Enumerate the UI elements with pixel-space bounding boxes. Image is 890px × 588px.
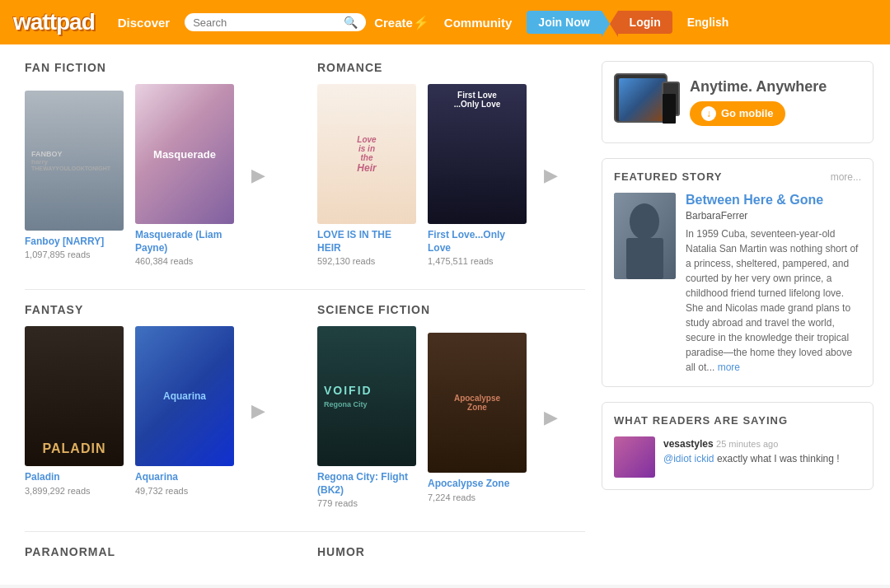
book-apocalypse: Apocalypse Zone Apocalypse Zone 7,224 re…: [428, 333, 527, 502]
book-reads-love-heir: 592,130 reads: [317, 256, 416, 266]
book-title-paladin[interactable]: Paladin: [25, 471, 124, 484]
featured-cover: [614, 193, 676, 279]
romance-title: ROMANCE: [317, 61, 585, 74]
book-cover-regona: VOIFID Regona City: [317, 326, 416, 466]
phone-screen: [663, 94, 676, 124]
reader-username[interactable]: vesastyles: [663, 438, 714, 450]
book-reads-apocalypse: 7,224 reads: [428, 492, 527, 502]
paranormal-title: PARANORMAL: [25, 545, 293, 558]
book-title-fanboy[interactable]: Fanboy [NARRY]: [25, 236, 124, 249]
divider-2: [25, 531, 585, 532]
book-cover-aquarina: Aquarina: [135, 326, 234, 466]
reader-item: vesastyles 25 minutes ago @idiot ickid e…: [614, 436, 861, 478]
nav-discover[interactable]: Discover: [111, 16, 176, 30]
book-aquarina: Aquarina Aquarina 49,732 reads: [135, 326, 234, 496]
reader-text: vesastyles 25 minutes ago @idiot ickid e…: [663, 436, 840, 466]
science-fiction-section: SCIENCE FICTION VOIFID Regona City Regon…: [317, 303, 585, 525]
search-button[interactable]: 🔍: [344, 16, 358, 29]
readers-box: WHAT READERS ARE SAYING vesastyles 25 mi…: [602, 402, 874, 490]
fantasy-books: PALADIN Paladin 3,899,292 reads Aquarina…: [25, 326, 293, 496]
book-cover-masquerade: Masquerade: [135, 84, 234, 224]
search-input[interactable]: [193, 16, 344, 29]
fan-fiction-books: FANBOY harry THEWAYYOULOOKTONIGHT Fanboy…: [25, 84, 293, 266]
mobile-banner: Anytime. Anywhere ↓ Go mobile: [602, 61, 874, 143]
logo[interactable]: wattpad: [13, 9, 95, 35]
fantasy-section: FANTASY PALADIN Paladin 3,899,292 reads …: [25, 303, 293, 525]
book-cover-first-love: First Love ...Only Love: [428, 84, 527, 224]
login-button[interactable]: Login: [618, 11, 672, 34]
reader-avatar: [614, 436, 655, 478]
readers-label: WHAT READERS ARE SAYING: [614, 414, 861, 427]
featured-label: FEATURED STORY: [614, 170, 723, 183]
top-row: FAN FICTION FANBOY harry THEWAYYOULOOKTO…: [25, 61, 585, 282]
fan-fiction-next-arrow[interactable]: ▶: [246, 163, 270, 188]
language-selector[interactable]: English: [687, 16, 729, 29]
humor-title: HUMOR: [317, 545, 585, 558]
book-title-aquarina[interactable]: Aquarina: [135, 471, 234, 484]
book-first-love: First Love ...Only Love First Love...Onl…: [428, 84, 527, 266]
science-fiction-title: SCIENCE FICTION: [317, 303, 585, 316]
paranormal-section: PARANORMAL: [25, 545, 293, 568]
search-bar: 🔍: [185, 13, 366, 31]
download-arrow-icon: ↓: [701, 106, 716, 121]
fan-fiction-section: FAN FICTION FANBOY harry THEWAYYOULOOKTO…: [25, 61, 293, 282]
book-reads-aquarina: 49,732 reads: [135, 486, 234, 496]
reader-comment: exactly what I was thinking !: [717, 453, 840, 464]
join-now-button[interactable]: Join Now: [527, 11, 601, 34]
mobile-text: Anytime. Anywhere ↓ Go mobile: [690, 78, 827, 126]
book-cover-apocalypse: Apocalypse Zone: [428, 333, 527, 473]
featured-cover-svg: [614, 193, 676, 279]
reader-mention[interactable]: @idiot ickid: [663, 453, 714, 464]
book-masquerade: Masquerade Masquerade (Liam Payne) 460,3…: [135, 84, 234, 266]
featured-story-box: FEATURED STORY more...: [602, 158, 874, 387]
book-regona: VOIFID Regona City Regona City: Flight (…: [317, 326, 416, 508]
book-paladin: PALADIN Paladin 3,899,292 reads: [25, 326, 124, 496]
book-cover-love-heir: Love is in the Heir: [317, 84, 416, 224]
fantasy-next-arrow[interactable]: ▶: [246, 399, 270, 423]
book-cover-paladin: PALADIN: [25, 326, 124, 466]
romance-books: Love is in the Heir LOVE IS IN THE HEIR …: [317, 84, 585, 266]
book-fanboy: FANBOY harry THEWAYYOULOOKTONIGHT Fanboy…: [25, 91, 124, 260]
svg-point-1: [630, 203, 659, 240]
book-reads-regona: 779 reads: [317, 498, 416, 508]
book-title-love-heir[interactable]: LOVE IS IN THE HEIR: [317, 229, 416, 254]
device-icon: [614, 73, 680, 131]
featured-info: Between Here & Gone BarbaraFerrer In 195…: [686, 193, 861, 375]
featured-read-more[interactable]: more: [718, 362, 740, 373]
nav-create[interactable]: Create⚡: [374, 15, 429, 30]
lightning-icon: ⚡: [413, 16, 429, 30]
book-reads-masquerade: 460,384 reads: [135, 256, 234, 266]
go-mobile-button[interactable]: ↓ Go mobile: [690, 101, 785, 126]
middle-row: FANTASY PALADIN Paladin 3,899,292 reads …: [25, 303, 585, 525]
sidebar: Anytime. Anywhere ↓ Go mobile FEATURED S…: [602, 61, 874, 568]
book-reads-paladin: 3,899,292 reads: [25, 486, 124, 496]
featured-description: In 1959 Cuba, seventeen-year-old Natalia…: [686, 226, 861, 375]
fantasy-title: FANTASY: [25, 303, 293, 316]
tablet-shape: [614, 73, 668, 123]
bottom-row: PARANORMAL HUMOR: [25, 545, 585, 568]
romance-section: ROMANCE Love is in the Heir LOVE IS IN T…: [317, 61, 585, 282]
book-love-heir: Love is in the Heir LOVE IS IN THE HEIR …: [317, 84, 416, 266]
book-cover-fanboy: FANBOY harry THEWAYYOULOOKTONIGHT: [25, 91, 124, 231]
book-title-apocalypse[interactable]: Apocalypse Zone: [428, 478, 527, 491]
content-area: FAN FICTION FANBOY harry THEWAYYOULOOKTO…: [25, 61, 585, 568]
phone-shape: [662, 82, 680, 116]
science-fiction-next-arrow[interactable]: ▶: [538, 405, 563, 430]
book-reads-first-love: 1,475,511 reads: [428, 256, 527, 266]
book-title-regona[interactable]: Regona City: Flight (BK2): [317, 471, 416, 497]
featured-header: FEATURED STORY more...: [614, 170, 861, 183]
romance-next-arrow[interactable]: ▶: [538, 163, 563, 188]
fan-fiction-title: FAN FICTION: [25, 61, 293, 74]
featured-more-link[interactable]: more...: [831, 171, 861, 183]
nav-community[interactable]: Community: [438, 16, 519, 30]
header: wattpad Discover 🔍 Create⚡ Community Joi…: [0, 0, 890, 44]
featured-author: BarbaraFerrer: [686, 210, 861, 222]
book-title-masquerade[interactable]: Masquerade (Liam Payne): [135, 229, 234, 254]
humor-section: HUMOR: [317, 545, 585, 568]
book-title-first-love[interactable]: First Love...Only Love: [428, 229, 527, 254]
anytime-text: Anytime. Anywhere: [690, 78, 827, 96]
tablet-screen: [619, 78, 666, 121]
featured-title[interactable]: Between Here & Gone: [686, 193, 861, 208]
main-content: FAN FICTION FANBOY harry THEWAYYOULOOKTO…: [0, 44, 890, 585]
reader-time: 25 minutes ago: [716, 439, 778, 449]
